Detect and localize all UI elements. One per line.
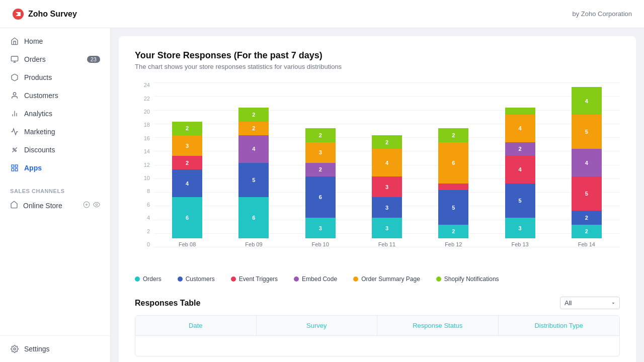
- legend-label: Orders: [143, 276, 162, 283]
- sidebar-item-online-store[interactable]: Online Store: [0, 196, 110, 215]
- chart-bars-container: 64232Feb 0865422Feb 0936232Feb 1033342Fe…: [154, 82, 620, 263]
- bar-segment: 4: [572, 87, 602, 115]
- responses-title: Responses Table: [135, 299, 200, 308]
- legend-item: Shopify Notifications: [436, 276, 499, 283]
- settings-icon: [10, 344, 19, 353]
- orders-icon: [10, 55, 19, 64]
- zoho-logo-icon: [12, 8, 24, 20]
- bar-segment: 2: [238, 122, 269, 135]
- table-body: [135, 336, 619, 356]
- chart-legend: OrdersCustomersEvent TriggersEmbed CodeO…: [135, 272, 620, 283]
- legend-dot: [135, 277, 140, 282]
- products-icon: [10, 73, 19, 82]
- online-store-icon: [10, 201, 18, 210]
- chart-col-label: Feb 09: [245, 241, 262, 247]
- bar-stack-1: 65422: [238, 108, 269, 238]
- home-icon: [10, 37, 19, 46]
- bar-segment: 2: [372, 135, 402, 149]
- chart-col-label: Feb 12: [445, 241, 462, 247]
- bar-segment: [505, 108, 535, 115]
- bar-segment: 2: [305, 128, 336, 142]
- bar-segment: 5: [238, 163, 269, 197]
- sidebar: Home Orders 23 Products Customers: [0, 0, 111, 362]
- bar-segment: 2: [238, 108, 269, 121]
- col-distribution-type: Distribution Type: [499, 316, 620, 335]
- eye-icon[interactable]: [93, 201, 100, 210]
- bar-segment: 2: [572, 225, 602, 238]
- chart-col-Feb-10: 36232Feb 10: [305, 82, 336, 247]
- sidebar-item-analytics[interactable]: Analytics: [0, 105, 110, 123]
- sidebar-item-home[interactable]: Home: [0, 32, 110, 50]
- bar-segment: 3: [372, 197, 402, 218]
- legend-item: Embed Code: [294, 276, 337, 283]
- bar-segment: 3: [305, 142, 336, 163]
- legend-item: Customers: [178, 276, 215, 283]
- legend-dot: [294, 277, 299, 282]
- sidebar-label-apps: Apps: [24, 164, 42, 172]
- bar-segment: 4: [572, 149, 602, 176]
- bar-segment: 4: [172, 169, 202, 197]
- add-channel-icon[interactable]: [83, 201, 90, 210]
- marketing-icon: [10, 127, 19, 136]
- topbar-logo: Zoho Survey: [12, 8, 77, 20]
- legend-dot: [436, 277, 441, 282]
- bar-segment: 3: [505, 218, 535, 238]
- bar-segment: 2: [572, 211, 602, 224]
- svg-rect-14: [12, 168, 14, 171]
- bar-segment: 3: [172, 135, 202, 156]
- responses-table: Date Survey Response Status Distribution…: [135, 315, 620, 356]
- bar-segment: 4: [505, 156, 535, 184]
- legend-dot: [178, 277, 183, 282]
- sidebar-item-settings[interactable]: Settings: [0, 340, 110, 358]
- legend-label: Customers: [186, 276, 215, 283]
- legend-dot: [353, 277, 358, 282]
- chart-col-label: Feb 13: [511, 241, 528, 247]
- chart-col-Feb-09: 65422Feb 09: [238, 82, 269, 247]
- chart-col-Feb-13: 35424Feb 13: [505, 82, 535, 247]
- sidebar-item-apps[interactable]: Apps: [0, 159, 110, 177]
- bar-segment: 3: [372, 218, 402, 238]
- sidebar-label-settings: Settings: [24, 345, 50, 353]
- filter-select[interactable]: All Orders Customers Event Triggers Embe…: [560, 297, 620, 309]
- bar-segment: 2: [438, 225, 468, 238]
- bar-stack-4: 2562: [438, 128, 468, 238]
- sales-channels-label: SALES CHANNELS: [0, 181, 110, 196]
- bar-segment: 2: [305, 163, 336, 176]
- chart-y-axis: 0 2 4 6 8 10 12 14 16 18 20 22 24: [135, 82, 150, 263]
- sidebar-item-orders[interactable]: Orders 23: [0, 50, 110, 68]
- sidebar-item-products[interactable]: Products: [0, 68, 110, 86]
- main-content: Your Store Responses (For the past 7 day…: [119, 36, 636, 362]
- sidebar-label-marketing: Marketing: [24, 128, 55, 136]
- table-header: Date Survey Response Status Distribution…: [135, 316, 619, 336]
- col-survey: Survey: [257, 316, 378, 335]
- legend-label: Shopify Notifications: [444, 276, 499, 283]
- sidebar-item-discounts[interactable]: Discounts: [0, 141, 110, 159]
- topbar-title: Zoho Survey: [28, 10, 77, 19]
- sidebar-label-customers: Customers: [24, 92, 58, 100]
- svg-point-19: [14, 348, 16, 350]
- sidebar-label-analytics: Analytics: [24, 110, 52, 118]
- bar-segment: 6: [238, 197, 269, 238]
- content-area: Your Store Responses (For the past 7 day…: [111, 0, 644, 362]
- chart-col-label: Feb 14: [578, 241, 595, 247]
- sidebar-label-discounts: Discounts: [24, 146, 55, 154]
- svg-point-9: [15, 150, 17, 152]
- legend-dot: [231, 277, 236, 282]
- sidebar-item-customers[interactable]: Customers: [0, 86, 110, 105]
- svg-point-18: [96, 204, 98, 206]
- sidebar-item-marketing[interactable]: Marketing: [0, 123, 110, 141]
- bar-stack-0: 64232: [172, 122, 202, 238]
- chart-area: 0 2 4 6 8 10 12 14 16 18 20 22 24: [135, 82, 620, 263]
- svg-point-4: [13, 93, 16, 95]
- legend-label: Order Summary Page: [361, 276, 420, 283]
- sidebar-label-home: Home: [24, 37, 43, 45]
- chart-col-label: Feb 08: [179, 241, 196, 247]
- bar-segment: 2: [172, 156, 202, 169]
- svg-rect-13: [15, 168, 18, 171]
- bar-stack-2: 36232: [305, 128, 336, 238]
- app-layout: Zoho Survey by Zoho Corporation Home Ord…: [0, 0, 644, 362]
- chart-col-label: Feb 11: [378, 241, 395, 247]
- bar-segment: 2: [438, 128, 468, 142]
- bar-segment: 5: [438, 190, 468, 224]
- chart-col-Feb-11: 33342Feb 11: [372, 82, 402, 247]
